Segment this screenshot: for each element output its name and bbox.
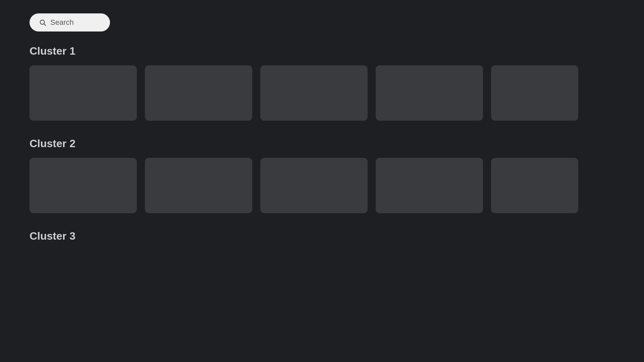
main-container: Search Cluster 1 Cluster 2 Cluster 3	[0, 0, 644, 273]
cluster-2-section: Cluster 2	[30, 137, 614, 213]
search-bar[interactable]: Search	[30, 13, 110, 32]
search-placeholder: Search	[50, 18, 74, 27]
cluster-1-card-4[interactable]	[376, 65, 483, 121]
cluster-2-card-2[interactable]	[145, 158, 252, 213]
cluster-1-title: Cluster 1	[30, 45, 614, 57]
cluster-1-card-3[interactable]	[260, 65, 368, 121]
cluster-2-title: Cluster 2	[30, 137, 614, 150]
search-wrapper: Search	[30, 13, 614, 32]
cluster-2-card-4[interactable]	[376, 158, 483, 213]
cluster-1-card-2[interactable]	[145, 65, 252, 121]
cluster-3-title: Cluster 3	[30, 230, 614, 242]
cluster-3-section: Cluster 3	[30, 230, 614, 242]
svg-line-1	[44, 24, 46, 25]
cluster-2-card-5[interactable]	[491, 158, 578, 213]
cluster-1-card-1[interactable]	[30, 65, 137, 121]
search-icon	[39, 19, 46, 26]
cluster-2-card-1[interactable]	[30, 158, 137, 213]
cluster-1-card-5[interactable]	[491, 65, 578, 121]
cluster-1-grid	[30, 65, 614, 121]
cluster-2-card-3[interactable]	[260, 158, 368, 213]
cluster-2-grid	[30, 158, 614, 213]
cluster-1-section: Cluster 1	[30, 45, 614, 121]
